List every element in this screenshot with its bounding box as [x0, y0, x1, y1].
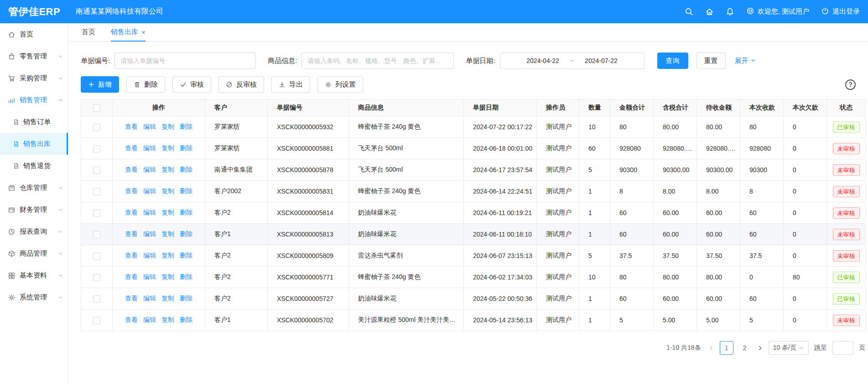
home-icon[interactable]: [705, 7, 714, 16]
row-copy-link[interactable]: 复制: [161, 166, 174, 173]
row-edit-link[interactable]: 编辑: [143, 252, 156, 259]
bill-no-input[interactable]: [114, 53, 256, 69]
sidebar-item-sales-order[interactable]: 销售订单: [0, 111, 68, 133]
tab-close-icon[interactable]: ×: [141, 29, 146, 36]
add-button[interactable]: 新增: [81, 76, 119, 93]
row-view-link[interactable]: 查看: [125, 273, 138, 280]
next-page-icon[interactable]: [757, 345, 763, 351]
row-checkbox[interactable]: [93, 167, 100, 174]
row-copy-link[interactable]: 复制: [161, 316, 174, 323]
sidebar-item-sales-return[interactable]: 销售退货: [0, 155, 68, 177]
row-view-link[interactable]: 查看: [125, 187, 138, 195]
row-edit-link[interactable]: 编辑: [143, 230, 156, 237]
row-delete-link[interactable]: 删除: [180, 144, 192, 152]
sidebar-item-sales[interactable]: 销售管理: [0, 89, 68, 111]
sidebar-item-home[interactable]: 首页: [0, 23, 68, 45]
row-view-link[interactable]: 查看: [125, 166, 138, 173]
row-checkbox[interactable]: [93, 188, 100, 195]
unaudit-button[interactable]: 反审核: [218, 76, 264, 93]
row-view-link[interactable]: 查看: [125, 144, 138, 152]
jump-page-input[interactable]: [832, 341, 853, 355]
audit-button[interactable]: 审核: [172, 76, 211, 93]
row-edit-link[interactable]: 编辑: [143, 209, 156, 216]
row-view-link[interactable]: 查看: [125, 209, 138, 216]
row-checkbox[interactable]: [93, 274, 100, 281]
column-header: 待收金额: [697, 100, 740, 116]
sidebar-item-basic[interactable]: 基本资料: [0, 264, 68, 286]
row-copy-link[interactable]: 复制: [161, 252, 174, 259]
reset-button[interactable]: 重置: [696, 53, 726, 69]
row-checkbox[interactable]: [93, 295, 100, 303]
column-header: 单据编号: [268, 100, 349, 116]
search-button[interactable]: 查询: [657, 53, 688, 69]
select-all-checkbox[interactable]: [93, 105, 100, 112]
row-checkbox[interactable]: [93, 231, 100, 238]
cell-qty: 60: [579, 138, 610, 159]
row-delete-link[interactable]: 删除: [180, 316, 192, 323]
row-copy-link[interactable]: 复制: [161, 295, 174, 302]
cell-debt: 0: [784, 159, 827, 181]
sidebar-item-sales-out[interactable]: 销售出库: [0, 133, 68, 155]
row-copy-link[interactable]: 复制: [161, 187, 174, 195]
row-edit-link[interactable]: 编辑: [143, 144, 156, 152]
row-delete-link[interactable]: 删除: [180, 295, 192, 302]
column-header: 状态: [827, 100, 866, 116]
row-copy-link[interactable]: 复制: [161, 209, 174, 216]
row-delete-link[interactable]: 删除: [180, 187, 192, 195]
row-edit-link[interactable]: 编辑: [143, 295, 156, 302]
row-copy-link[interactable]: 复制: [161, 123, 174, 130]
row-copy-link[interactable]: 复制: [161, 230, 174, 237]
sidebar-item-warehouse[interactable]: 仓库管理: [0, 177, 68, 199]
date-to-value[interactable]: 2024-07-22: [585, 57, 618, 64]
row-checkbox[interactable]: [93, 252, 100, 260]
date-from-value[interactable]: 2024-04-22: [526, 57, 559, 64]
bell-icon[interactable]: [726, 7, 734, 16]
row-view-link[interactable]: 查看: [125, 230, 138, 237]
row-checkbox[interactable]: [93, 317, 100, 324]
page-size-select[interactable]: 10 条/页: [769, 341, 809, 355]
sidebar-item-finance[interactable]: 财务管理: [0, 199, 68, 221]
row-delete-link[interactable]: 删除: [180, 230, 192, 237]
delete-button[interactable]: 删除: [126, 76, 165, 93]
search-icon[interactable]: [685, 7, 693, 16]
expand-link[interactable]: 展开: [735, 57, 756, 65]
column-settings-button[interactable]: 列设置: [317, 76, 363, 93]
row-delete-link[interactable]: 删除: [180, 123, 192, 130]
row-view-link[interactable]: 查看: [125, 295, 138, 302]
sidebar-item-purchase[interactable]: 采购管理: [0, 67, 68, 89]
row-edit-link[interactable]: 编辑: [143, 166, 156, 173]
row-edit-link[interactable]: 编辑: [143, 316, 156, 323]
tab-sales-out[interactable]: 销售出库×: [111, 23, 146, 41]
row-edit-link[interactable]: 编辑: [143, 187, 156, 195]
row-copy-link[interactable]: 复制: [161, 144, 174, 152]
row-delete-link[interactable]: 删除: [180, 209, 192, 216]
sidebar-item-goods[interactable]: 商品管理: [0, 242, 68, 264]
row-view-link[interactable]: 查看: [125, 123, 138, 130]
page-number-2[interactable]: 2: [738, 341, 752, 355]
product-info-input[interactable]: [301, 53, 454, 69]
row-view-link[interactable]: 查看: [125, 316, 138, 323]
prev-page-icon[interactable]: [708, 345, 714, 351]
row-copy-link[interactable]: 复制: [161, 273, 174, 280]
tab-home[interactable]: 首页: [82, 23, 95, 41]
row-checkbox[interactable]: [93, 145, 100, 153]
cell-customer: 客户2002: [205, 181, 268, 202]
row-delete-link[interactable]: 删除: [180, 252, 192, 259]
logout-button[interactable]: 退出登录: [821, 7, 860, 16]
sidebar-item-retail[interactable]: 零售管理: [0, 45, 68, 67]
row-delete-link[interactable]: 删除: [180, 273, 192, 280]
sidebar-item-label: 零售管理: [20, 52, 47, 61]
page-number-1[interactable]: 1: [720, 341, 733, 355]
row-checkbox[interactable]: [93, 124, 100, 131]
row-edit-link[interactable]: 编辑: [143, 123, 156, 130]
user-menu[interactable]: 欢迎您, 测试用户: [746, 7, 809, 16]
row-view-link[interactable]: 查看: [125, 252, 138, 259]
date-range-picker[interactable]: 2024-04-22 ~ 2024-07-22: [500, 53, 645, 69]
sidebar-item-system[interactable]: 系统管理: [0, 286, 68, 308]
help-icon[interactable]: ?: [845, 79, 856, 90]
sidebar-item-report[interactable]: 报表查询: [0, 221, 68, 242]
row-checkbox[interactable]: [93, 210, 100, 217]
row-delete-link[interactable]: 删除: [180, 166, 192, 173]
row-edit-link[interactable]: 编辑: [143, 273, 156, 280]
export-button[interactable]: 导出: [271, 76, 310, 93]
